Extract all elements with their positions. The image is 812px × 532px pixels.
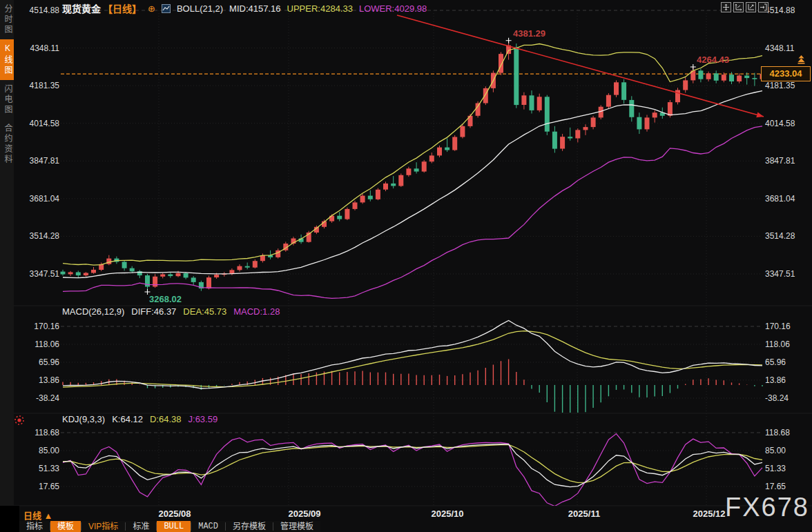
recent-high-annotation: 4264.43 <box>697 55 729 65</box>
price-axis-label: 4348.11 <box>765 43 811 53</box>
corner-block <box>0 506 19 532</box>
price-axis-label: 4514.88 <box>15 6 59 15</box>
sidebar-item-2[interactable]: 闪电图 <box>0 80 14 119</box>
kdj-axis-label: 17.65 <box>15 482 59 491</box>
fx678-watermark: FX678 <box>725 493 809 522</box>
bottom-tab-0[interactable]: 指标 <box>19 521 50 532</box>
price-axis-label: 3347.51 <box>765 269 811 279</box>
kdj-name: KDJ(9,3,3) <box>62 414 105 424</box>
chart-canvas[interactable] <box>0 0 812 532</box>
price-axis-label: 3681.04 <box>15 194 59 204</box>
price-axis-label: 4514.88 <box>765 6 811 15</box>
kdj-j-value: J:63.59 <box>188 414 218 424</box>
kdj-header: KDJ(9,3,3) K:64.12 D:64.38 J:63.59 <box>62 414 218 424</box>
exit-icon[interactable] <box>758 2 768 12</box>
bottom-tab-1[interactable]: 模板 <box>50 521 81 532</box>
kdj-axis-label: 17.65 <box>765 482 811 491</box>
macd-dea-value: DEA:45.73 <box>183 306 226 317</box>
period-tag: 【日线】 <box>103 1 142 15</box>
sidebar-item-3[interactable]: 合约资料 <box>0 119 14 169</box>
kdj-axis-label: 118.68 <box>765 428 811 437</box>
boll-mid-value: MID:4157.16 <box>229 3 280 14</box>
left-sidebar: 分时图K线图闪电图合约资料 <box>0 0 14 532</box>
macd-header: MACD(26,12,9) DIFF:46.37 DEA:45.73 MACD:… <box>62 306 280 317</box>
axis-pan-icon[interactable] <box>746 2 756 12</box>
time-axis-label: 2025/08 <box>159 509 191 519</box>
price-axis-label: 3847.81 <box>15 156 59 166</box>
macd-axis-label: 65.96 <box>15 357 59 367</box>
price-axis-label: 4181.35 <box>15 81 59 90</box>
kdj-k-value: K:64.12 <box>112 414 143 424</box>
time-axis-label: 2025/12 <box>693 509 726 519</box>
macd-hist-value: MACD:1.28 <box>233 306 280 317</box>
boll-label: BOLL(21,2) <box>177 3 223 14</box>
price-axis-label: 3847.81 <box>765 156 811 166</box>
high-annotation: 4381.29 <box>513 28 545 39</box>
sidebar-item-0[interactable]: 分时图 <box>0 0 14 39</box>
kdj-axis-label: 51.33 <box>15 464 59 473</box>
move-icon[interactable] <box>721 2 731 12</box>
chart-toolbar <box>721 2 768 12</box>
trading-terminal: 分时图K线图闪电图合约资料 现货黄金 【日线】 ⊕ BOLL(21,2) MID… <box>0 0 812 532</box>
live-flash-icon <box>14 415 25 426</box>
bottom-tab-5[interactable]: MACD <box>191 521 225 532</box>
macd-axis-label: -38.24 <box>15 393 59 403</box>
add-indicator-icon[interactable]: ⊕ <box>148 3 155 14</box>
period-selector[interactable]: 日线 ▲ <box>23 509 52 522</box>
bottom-tab-2[interactable]: VIP指标 <box>81 521 125 532</box>
boll-lower-value: LOWER:4029.98 <box>359 3 427 14</box>
chart-header: 现货黄金 【日线】 ⊕ BOLL(21,2) MID:4157.16 UPPER… <box>62 2 427 14</box>
macd-axis-label: 13.86 <box>765 375 811 385</box>
macd-axis-label: 118.06 <box>765 339 811 349</box>
macd-diff-value: DIFF:46.37 <box>131 306 176 317</box>
boll-upper-value: UPPER:4284.33 <box>287 3 353 14</box>
axis-scale-icon[interactable] <box>733 2 744 12</box>
kdj-axis-label: 51.33 <box>765 464 811 473</box>
boll-chart-icon <box>162 4 171 13</box>
macd-axis-label: 118.06 <box>15 339 59 349</box>
bottom-tab-6[interactable]: 另存模板 <box>226 521 273 532</box>
macd-axis-label: 65.96 <box>765 357 811 367</box>
kdj-axis-label: 85.00 <box>15 446 59 455</box>
sidebar-item-1[interactable]: K线图 <box>0 39 14 80</box>
bottom-tab-7[interactable]: 管理模板 <box>273 521 320 532</box>
latest-price-tag: 4233.04 <box>761 66 811 81</box>
price-axis-label: 4014.58 <box>15 119 59 128</box>
macd-axis-label: 170.16 <box>765 322 811 331</box>
price-axis-label: 3681.04 <box>765 194 811 204</box>
bottom-tab-3[interactable]: 标准 <box>126 521 156 532</box>
bottom-tab-bar: 指标模板VIP指标标准BULLMACD另存模板管理模板 <box>19 521 320 532</box>
kdj-d-value: D:64.38 <box>150 414 182 424</box>
price-axis-label: 3514.28 <box>765 231 811 241</box>
macd-name: MACD(26,12,9) <box>62 306 124 317</box>
price-axis-label: 4014.58 <box>765 119 811 128</box>
time-axis-label: 2025/09 <box>289 509 321 519</box>
price-axis-label: 3347.51 <box>15 269 59 279</box>
macd-axis-label: -38.24 <box>765 393 811 403</box>
low-annotation: 3268.02 <box>149 294 182 304</box>
price-axis-label: 4181.35 <box>765 81 811 90</box>
kdj-axis-label: 118.68 <box>15 428 59 437</box>
jump-to-latest-icon[interactable] <box>796 55 806 67</box>
time-axis-label: 2025/10 <box>432 509 464 519</box>
time-axis-label: 2025/11 <box>568 509 600 519</box>
price-axis-label: 4348.11 <box>15 43 59 53</box>
price-axis-label: 3514.28 <box>15 231 59 241</box>
kdj-axis-label: 85.00 <box>765 446 811 455</box>
symbol-title: 现货黄金 <box>62 1 101 15</box>
bottom-tab-4[interactable]: BULL <box>157 521 191 532</box>
macd-axis-label: 13.86 <box>15 375 59 385</box>
macd-axis-label: 170.16 <box>15 322 59 331</box>
